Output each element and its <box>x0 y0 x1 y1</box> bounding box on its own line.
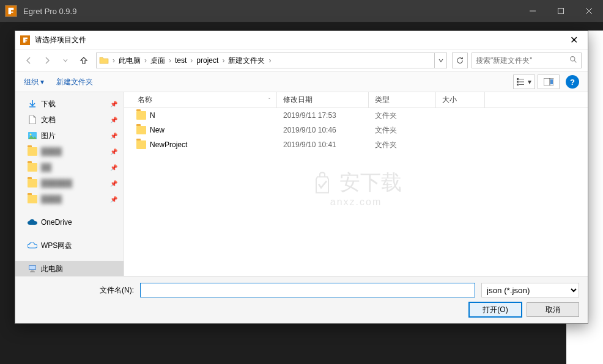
help-button[interactable]: ? <box>566 75 579 89</box>
dialog-titlebar: 请选择项目文件 ✕ <box>15 31 588 49</box>
file-row[interactable]: N2019/9/11 17:53文件夹 <box>124 108 588 123</box>
pin-icon: 📌 <box>110 117 117 123</box>
chevron-right-icon: › <box>268 56 271 65</box>
download-icon <box>28 99 37 109</box>
file-type: 文件夹 <box>369 140 436 150</box>
folder-icon <box>136 126 146 134</box>
sidebar-item-thispc[interactable]: 此电脑 <box>15 261 124 276</box>
file-date: 2019/9/10 10:46 <box>277 126 369 134</box>
dialog-title: 请选择项目文件 <box>35 35 564 45</box>
file-row[interactable]: NewProject2019/9/10 10:41文件夹 <box>124 137 588 152</box>
folder-icon <box>28 194 37 204</box>
folder-icon <box>28 162 37 172</box>
sidebar-item-onedrive[interactable]: OneDrive <box>15 214 124 230</box>
maximize-button[interactable] <box>547 0 575 22</box>
file-list: 名称 ˇ 修改日期 类型 大小 N2019/9/11 17:53文件夹New20… <box>124 92 588 276</box>
column-type[interactable]: 类型 <box>369 92 436 107</box>
folder-icon <box>136 140 146 149</box>
search-box[interactable] <box>472 53 582 68</box>
dialog-close-button[interactable]: ✕ <box>564 34 583 46</box>
nav-forward-button[interactable] <box>40 53 54 68</box>
file-open-dialog: 请选择项目文件 ✕ › 此电脑 › 桌面 › test › project › <box>15 31 588 324</box>
folder-icon <box>99 55 110 66</box>
svg-rect-7 <box>519 79 524 79</box>
open-button[interactable]: 打开(O) <box>469 302 522 317</box>
file-list-header: 名称 ˇ 修改日期 类型 大小 <box>124 92 588 108</box>
sidebar-item-folder[interactable]: ██████📌 <box>15 175 124 191</box>
picture-icon <box>28 131 37 140</box>
nav-recent-button[interactable] <box>58 53 73 68</box>
close-button[interactable] <box>575 0 603 22</box>
breadcrumb-item[interactable]: project <box>193 53 222 68</box>
pin-icon: 📌 <box>110 101 117 107</box>
file-date: 2019/9/10 10:41 <box>277 140 369 149</box>
breadcrumb-item[interactable]: 新建文件夹 <box>224 53 268 68</box>
pin-icon: 📌 <box>110 164 117 171</box>
view-mode-button[interactable]: ▾ <box>513 75 535 89</box>
pin-icon: 📌 <box>110 196 117 203</box>
file-name: New <box>150 126 165 134</box>
sidebar-item-wps[interactable]: WPS网盘 <box>15 238 124 253</box>
column-size[interactable]: 大小 <box>436 92 485 107</box>
navigation-row: › 此电脑 › 桌面 › test › project › 新建文件夹 › <box>15 49 588 71</box>
minimize-button[interactable] <box>519 0 547 22</box>
watermark: 安下载 anxz.com <box>310 169 402 208</box>
filename-label: 文件名(N): <box>24 285 134 296</box>
svg-point-16 <box>30 134 32 136</box>
file-name: N <box>150 111 155 120</box>
folder-icon <box>28 178 37 188</box>
new-folder-button[interactable]: 新建文件夹 <box>56 77 93 87</box>
filetype-select[interactable]: json (*.json) <box>481 283 579 297</box>
refresh-button[interactable] <box>452 53 468 68</box>
svg-rect-10 <box>517 84 519 86</box>
app-title: Egret Pro 0.9.9 <box>23 7 519 16</box>
sidebar-item-documents[interactable]: 文档📌 <box>15 112 124 128</box>
sidebar-item-pictures[interactable]: 图片📌 <box>15 128 124 144</box>
preview-pane-button[interactable] <box>538 75 560 89</box>
sidebar-item-folder[interactable]: ████📌 <box>15 191 124 207</box>
cloud-icon <box>28 241 37 250</box>
column-date[interactable]: 修改日期 <box>277 92 369 107</box>
pin-icon: 📌 <box>110 148 117 155</box>
sidebar-item-downloads[interactable]: 下载📌 <box>15 96 124 112</box>
breadcrumb[interactable]: › 此电脑 › 桌面 › test › project › 新建文件夹 › <box>96 53 447 68</box>
nav-back-button[interactable] <box>21 53 36 68</box>
pin-icon: 📌 <box>110 180 117 187</box>
svg-rect-8 <box>517 81 519 83</box>
folder-icon <box>136 111 146 120</box>
chevron-down-icon: ▾ <box>40 78 44 86</box>
svg-rect-6 <box>517 78 519 80</box>
sidebar: 下载📌 文档📌 图片📌 ████📌 ██📌 ██████📌 ████📌 OneD… <box>15 92 124 276</box>
nav-up-button[interactable] <box>76 53 91 68</box>
svg-rect-20 <box>30 272 35 272</box>
pin-icon: 📌 <box>110 133 117 139</box>
breadcrumb-item[interactable]: test <box>171 53 190 68</box>
search-icon <box>569 56 577 65</box>
toolbar: 组织 ▾ 新建文件夹 ▾ ? <box>15 71 588 92</box>
breadcrumb-item[interactable]: 桌面 <box>147 53 169 68</box>
app-icon <box>5 5 17 17</box>
svg-line-5 <box>574 60 576 62</box>
breadcrumb-dropdown[interactable] <box>434 53 446 68</box>
app-titlebar: Egret Pro 0.9.9 <box>0 0 603 22</box>
file-type: 文件夹 <box>369 111 436 121</box>
svg-rect-19 <box>31 271 34 272</box>
sort-icon: ˇ <box>268 97 270 103</box>
search-input[interactable] <box>476 56 569 65</box>
svg-rect-1 <box>558 9 564 14</box>
breadcrumb-item[interactable]: 此电脑 <box>115 53 144 68</box>
column-name[interactable]: 名称 ˇ <box>124 92 277 107</box>
organize-menu[interactable]: 组织 ▾ <box>24 77 44 87</box>
sidebar-item-folder[interactable]: ████📌 <box>15 144 124 159</box>
filename-input[interactable] <box>140 283 475 297</box>
svg-rect-11 <box>519 84 524 85</box>
file-row[interactable]: New2019/9/10 10:46文件夹 <box>124 123 588 137</box>
file-name: NewProject <box>150 140 187 149</box>
dialog-footer: 文件名(N): json (*.json) 打开(O) 取消 <box>15 276 588 323</box>
file-type: 文件夹 <box>369 125 436 136</box>
file-date: 2019/9/11 17:53 <box>277 111 369 120</box>
document-icon <box>28 115 37 125</box>
cloud-icon <box>28 217 37 227</box>
sidebar-item-folder[interactable]: ██📌 <box>15 159 124 175</box>
cancel-button[interactable]: 取消 <box>527 302 579 317</box>
